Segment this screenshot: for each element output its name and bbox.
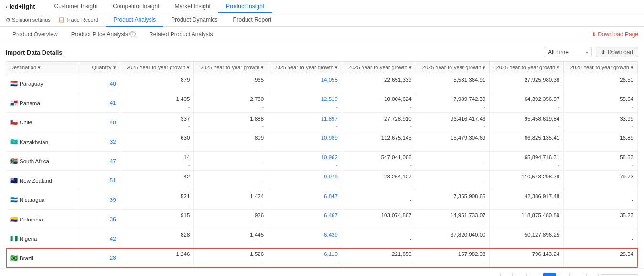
col-header-quantity[interactable]: Quantity ▾ bbox=[80, 62, 120, 74]
col-header-g6[interactable]: 2025 Year-to-year growth ▾ bbox=[490, 62, 564, 74]
cell-v5: 7,355,908.65- bbox=[416, 190, 490, 209]
logo-text: led+light bbox=[10, 3, 35, 10]
cell-v1: 337- bbox=[120, 112, 194, 132]
table-row: 🇵🇦Panama 41 1,405- 2,780- 12,519- 10,004… bbox=[6, 93, 638, 112]
cell-v5: 7,989,742.39- bbox=[416, 93, 490, 112]
cell-v7: - bbox=[564, 190, 638, 209]
cell-v7: 55.64- bbox=[564, 93, 638, 112]
nav-market-insight[interactable]: Market Insight bbox=[167, 0, 218, 13]
tab-product-price-analysis[interactable]: Product Price Analysis ⓘ bbox=[64, 27, 142, 42]
cell-qty: 41 bbox=[80, 93, 120, 112]
info-icon[interactable]: ⓘ bbox=[129, 31, 136, 37]
pagination-page-1[interactable]: 1 bbox=[515, 273, 527, 276]
cell-v4: - bbox=[342, 190, 416, 209]
cell-v6: 118,875,480.89- bbox=[490, 210, 564, 229]
col-header-g2[interactable]: 2025 Year-to-year growth ▾ bbox=[194, 62, 268, 74]
col-header-g5[interactable]: 2025 Year-to-year growth ▾ bbox=[416, 62, 490, 74]
cell-v4: 547,041,066- bbox=[342, 151, 416, 170]
cell-v6: 796,143.24- bbox=[490, 248, 564, 267]
table-body: 🇵🇾Paraguay 40 879- 965- 14,058- 22,651,3… bbox=[6, 74, 638, 268]
cell-v4: 23,264,107- bbox=[342, 171, 416, 190]
page-tabs-left: Product Overview Product Price Analysis … bbox=[6, 27, 220, 42]
data-table-wrap: Destination ▾ Quantity ▾ 2025 Year-to-ye… bbox=[6, 61, 638, 268]
section-header: Import Data Details All Time Last Year L… bbox=[6, 47, 638, 57]
cell-v3: 10,989- bbox=[268, 132, 342, 151]
solution-settings-link[interactable]: ⚙ Solution settings bbox=[6, 17, 51, 23]
pagination-page-5[interactable]: 5 bbox=[572, 273, 584, 276]
cell-country: 🇿🇦South Africa bbox=[6, 151, 80, 170]
cell-v2: 2,780- bbox=[194, 93, 268, 112]
download-page-button[interactable]: ⬇ Download Page bbox=[591, 31, 638, 38]
col-header-g3[interactable]: 2025 Year-to-year growth ▾ bbox=[268, 62, 342, 74]
cell-v2: 1,424- bbox=[194, 190, 268, 209]
page-size-wrap: 10 / page 20 / page 50 / page bbox=[601, 274, 638, 276]
cell-v1: 1,405- bbox=[120, 93, 194, 112]
time-filter-select[interactable]: All Time Last Year Last 3 Years Last 5 Y… bbox=[544, 47, 592, 57]
subnav-product-dynamics[interactable]: Product Dynamics bbox=[163, 13, 225, 27]
cell-country: 🇵🇦Panama bbox=[6, 93, 80, 112]
cell-v2: - bbox=[194, 171, 268, 190]
col-header-g4[interactable]: 2025 Year-to-year growth ▾ bbox=[342, 62, 416, 74]
cell-country: 🇨🇴Colombia bbox=[6, 210, 80, 229]
cell-country: 🇰🇿Kazakhstan bbox=[6, 132, 80, 151]
cell-qty: 40 bbox=[80, 74, 120, 93]
subnav-product-report[interactable]: Product Report bbox=[225, 13, 279, 27]
table-row: 🇿🇦South Africa 47 14- - 10,962- 547,041,… bbox=[6, 151, 638, 170]
table-row: 🇵🇾Paraguay 40 879- 965- 14,058- 22,651,3… bbox=[6, 74, 638, 93]
cell-qty: 39 bbox=[80, 190, 120, 209]
cell-v6: 27,925,980.38- bbox=[490, 74, 564, 93]
cell-v1: 1,246- bbox=[120, 248, 194, 267]
logo: ‹ led+light bbox=[6, 3, 35, 10]
section-title: Import Data Details bbox=[6, 49, 62, 56]
table-row: 🇧🇷Brazil 28 1,246- 1,526- 6,110- 221,850… bbox=[6, 248, 638, 267]
cell-v6: 66,825,135.41- bbox=[490, 132, 564, 151]
trade-record-link[interactable]: 📋 Trade Record bbox=[58, 17, 98, 23]
pagination-next[interactable]: › bbox=[586, 273, 599, 276]
subnav-product-analysis[interactable]: Product Analysis bbox=[106, 13, 163, 27]
cell-v4: 27,728,910- bbox=[342, 112, 416, 132]
cell-v4: 22,651,339- bbox=[342, 74, 416, 93]
tab-related-product-analysis[interactable]: Related Product Analysis bbox=[142, 27, 219, 42]
cell-v5: - bbox=[416, 171, 490, 190]
cell-qty: 32 bbox=[80, 132, 120, 151]
cell-v6: 110,543,298.78- bbox=[490, 171, 564, 190]
pagination-page-3[interactable]: 3 bbox=[543, 273, 556, 276]
cell-v4: 221,850- bbox=[342, 248, 416, 267]
tab-product-overview[interactable]: Product Overview bbox=[6, 27, 64, 42]
cell-v7: 33.99- bbox=[564, 112, 638, 132]
download-button[interactable]: ⬇ Download bbox=[596, 47, 638, 57]
table-header-row: Destination ▾ Quantity ▾ 2025 Year-to-ye… bbox=[6, 62, 638, 74]
cell-country: 🇵🇾Paraguay bbox=[6, 74, 80, 93]
pagination-page-2[interactable]: 2 bbox=[529, 273, 541, 276]
cell-v1: 915- bbox=[120, 210, 194, 229]
col-header-destination[interactable]: Destination ▾ bbox=[6, 62, 80, 74]
cell-v5: - bbox=[416, 151, 490, 170]
cell-v7: 35.23- bbox=[564, 210, 638, 229]
cell-v2: 1,526- bbox=[194, 248, 268, 267]
nav-customer-insight[interactable]: Customer Insight bbox=[46, 0, 105, 13]
cell-v2: 965- bbox=[194, 74, 268, 93]
cell-v1: 14- bbox=[120, 151, 194, 170]
pagination-page-4[interactable]: 4 bbox=[558, 273, 570, 276]
nav-product-insight[interactable]: Product Insight bbox=[218, 0, 272, 13]
cell-country: 🇳🇮Nicaragua bbox=[6, 190, 80, 209]
second-bar: ⚙ Solution settings 📋 Trade Record Produ… bbox=[0, 13, 644, 27]
back-arrow[interactable]: ‹ bbox=[6, 4, 8, 10]
cell-v3: 12,519- bbox=[268, 93, 342, 112]
pagination-prev[interactable]: ‹ bbox=[500, 273, 513, 276]
pagination-bar: ‹ 1 2 3 4 5 › 10 / page 20 / page 50 / p… bbox=[0, 268, 644, 276]
cell-v5: 15,479,304.69- bbox=[416, 132, 490, 151]
cell-v4: 112,675,145- bbox=[342, 132, 416, 151]
cell-v6: 95,458,619.84- bbox=[490, 112, 564, 132]
cell-v5: 96,416,417.46- bbox=[416, 112, 490, 132]
col-header-g7[interactable]: 2025 Year-to-year growth ▾ bbox=[564, 62, 638, 74]
cell-v7: 58.53- bbox=[564, 151, 638, 170]
cell-v7: 16.89- bbox=[564, 132, 638, 151]
import-data-table: Destination ▾ Quantity ▾ 2025 Year-to-ye… bbox=[6, 62, 638, 268]
nav-competitor-insight[interactable]: Competitor Insight bbox=[105, 0, 167, 13]
page-size-select[interactable]: 10 / page 20 / page 50 / page bbox=[601, 274, 638, 276]
col-header-g1[interactable]: 2025 Year-to-year growth ▾ bbox=[120, 62, 194, 74]
table-row: 🇳🇿New Zealand 51 42- - 9,979- 23,264,107… bbox=[6, 171, 638, 190]
cell-country: 🇧🇷Brazil bbox=[6, 248, 80, 267]
cell-v4: - bbox=[342, 229, 416, 248]
